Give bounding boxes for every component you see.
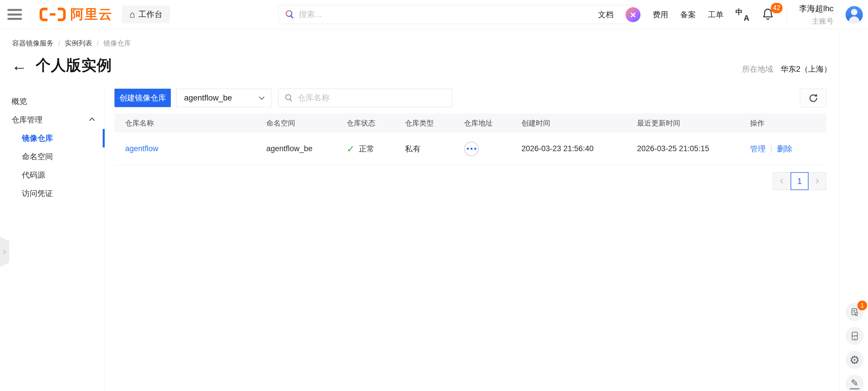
repo-search-box: [278, 89, 452, 107]
th-updated: 最近更新时间: [637, 118, 750, 128]
global-search-box: [278, 5, 633, 24]
sidebar-item-overview[interactable]: 概览: [0, 92, 104, 111]
topbar-right-group: 文档 × 费用 备案 工单 中 A 42 李海超lhc 主账号: [598, 0, 863, 29]
address-ellipsis-button[interactable]: [464, 141, 479, 156]
gear-icon: ⚙: [849, 354, 860, 366]
sidebar-item-label: 镜像仓库: [22, 133, 53, 143]
main-content: 创建镜像仓库 agentflow_be 仓库名称 命名空间 仓库状态 仓库类型 …: [115, 89, 826, 190]
nav-docs[interactable]: 文档: [598, 9, 614, 20]
user-name: 李海超lhc: [799, 3, 834, 14]
chevron-right-icon: [1, 249, 6, 254]
namespace-select[interactable]: agentflow_be: [176, 89, 272, 107]
breadcrumb-item-service[interactable]: 容器镜像服务: [12, 38, 54, 48]
delete-link[interactable]: 删除: [777, 144, 793, 154]
th-actions: 操作: [750, 118, 826, 128]
hamburger-menu-icon[interactable]: [7, 9, 22, 20]
status-check-icon: ✓: [347, 144, 355, 154]
feedback-button[interactable]: ✎: [845, 374, 864, 391]
updated-cell: 2026-03-25 21:05:15: [637, 144, 750, 153]
breadcrumb-item-instances[interactable]: 实例列表: [65, 38, 92, 48]
sidebar-item-access-credentials[interactable]: 访问凭证: [0, 184, 104, 203]
orders-button[interactable]: 1: [845, 303, 864, 321]
user-role: 主账号: [812, 17, 834, 26]
ai-mark: ×: [630, 10, 636, 20]
sidebar-item-label: 命名空间: [22, 151, 53, 162]
toolbar: 创建镜像仓库 agentflow_be: [115, 89, 826, 107]
type-cell: 私有: [405, 144, 464, 154]
refresh-icon: [808, 92, 818, 103]
nav-billing[interactable]: 费用: [653, 9, 668, 20]
created-cell: 2026-03-23 21:56:40: [521, 144, 637, 153]
manage-link[interactable]: 管理: [750, 144, 766, 154]
th-address: 仓库地址: [464, 118, 521, 128]
aliyun-logo[interactable]: 阿里云: [39, 5, 113, 23]
nav-icp[interactable]: 备案: [680, 9, 696, 20]
app-icon: APP: [850, 331, 860, 341]
sidebar-item-namespaces[interactable]: 命名空间: [0, 147, 104, 166]
order-cart-icon: [850, 307, 860, 317]
language-switch-icon[interactable]: 中 A: [736, 8, 749, 22]
orders-badge: 1: [857, 301, 867, 310]
sidebar-item-image-repos[interactable]: 镜像仓库: [0, 129, 104, 147]
chevron-left-icon: [780, 179, 785, 184]
region-label: 所在地域: [742, 64, 773, 74]
sidebar-group-label: 仓库管理: [11, 115, 42, 125]
svg-text:APP: APP: [852, 334, 857, 337]
breadcrumb: 容器镜像服务 / 实例列表 / 镜像仓库: [12, 38, 131, 48]
sidebar-item-label: 访问凭证: [22, 188, 53, 199]
home-icon: ⌂: [129, 10, 135, 19]
sidebar: 概览 仓库管理 镜像仓库 命名空间 代码源 访问凭证: [0, 89, 105, 391]
th-namespace: 命名空间: [266, 118, 347, 128]
breadcrumb-item-current: 镜像仓库: [103, 38, 131, 48]
topbar-divider: [30, 5, 30, 24]
back-button[interactable]: ←: [11, 58, 27, 73]
sidebar-item-code-source[interactable]: 代码源: [0, 166, 104, 184]
namespace-select-value: agentflow_be: [184, 93, 232, 103]
title-row: ← 个人版实例: [11, 55, 112, 76]
th-status: 仓库状态: [347, 118, 405, 128]
search-icon: [284, 9, 295, 20]
repo-table: 仓库名称 命名空间 仓库状态 仓库类型 仓库地址 创建时间 最近更新时间 操作 …: [115, 113, 826, 165]
topbar: 阿里云 ⌂ 工作台 文档 × 费用 备案 工单 中 A: [0, 0, 868, 29]
sidebar-group-repo-management[interactable]: 仓库管理: [0, 111, 104, 129]
settings-button[interactable]: ⚙: [845, 351, 864, 369]
aliyun-logo-icon: [39, 7, 66, 22]
page-title: 个人版实例: [36, 55, 112, 76]
sidebar-item-label: 代码源: [22, 170, 45, 180]
notification-bell-icon[interactable]: 42: [761, 7, 775, 22]
pencil-icon: ✎: [850, 378, 859, 389]
workbench-label: 工作台: [138, 9, 162, 20]
repo-search-input[interactable]: [298, 93, 446, 103]
floating-toolbar: 1 APP ⚙ ✎: [845, 303, 864, 391]
prev-page-button[interactable]: [773, 172, 790, 190]
workbench-button[interactable]: ⌂ 工作台: [122, 5, 170, 23]
user-info[interactable]: 李海超lhc 主账号: [799, 3, 834, 26]
repo-name-link[interactable]: agentflow: [125, 144, 158, 153]
breadcrumb-separator: /: [58, 39, 60, 47]
actions-cell: 管理 | 删除: [750, 144, 826, 154]
panel-expander[interactable]: [0, 237, 9, 267]
table-row: agentflow agentflow_be ✓ 正常 私有 2026-03-2…: [115, 133, 826, 165]
global-search-input[interactable]: [299, 10, 632, 19]
brand-name: 阿里云: [70, 5, 113, 23]
nav-tickets[interactable]: 工单: [708, 9, 723, 20]
region-value[interactable]: 华东2（上海）: [781, 64, 832, 74]
chevron-down-icon: [259, 94, 265, 100]
ai-assistant-icon[interactable]: ×: [625, 7, 641, 22]
user-divider: [786, 6, 787, 23]
status-cell: ✓ 正常: [347, 144, 405, 154]
search-icon: [284, 93, 293, 103]
th-type: 仓库类型: [405, 118, 464, 128]
th-created: 创建时间: [521, 118, 637, 128]
avatar[interactable]: [845, 6, 863, 23]
status-text: 正常: [359, 144, 374, 154]
action-divider: |: [770, 144, 772, 153]
chevron-up-icon: [89, 117, 95, 123]
create-repo-button[interactable]: 创建镜像仓库: [115, 89, 171, 107]
current-page[interactable]: 1: [790, 172, 808, 190]
refresh-button[interactable]: [800, 89, 826, 107]
app-download-button[interactable]: APP: [845, 327, 864, 345]
region-selector: 所在地域 华东2（上海）: [742, 64, 832, 74]
sidebar-item-label: 概览: [11, 96, 27, 107]
next-page-button[interactable]: [808, 172, 826, 190]
